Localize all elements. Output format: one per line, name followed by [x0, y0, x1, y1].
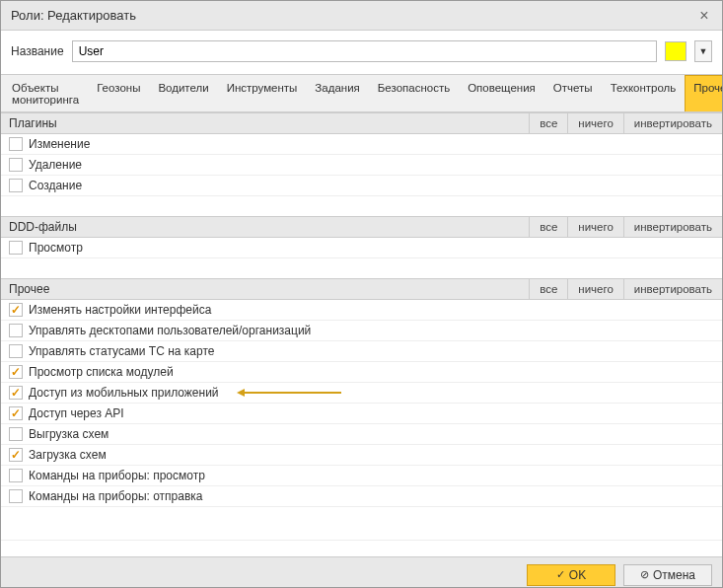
permission-label: Выгрузка схем — [29, 427, 108, 441]
checkbox[interactable] — [9, 427, 23, 441]
chevron-down-icon: ▼ — [699, 46, 708, 56]
checkbox[interactable] — [9, 303, 23, 317]
tab-4[interactable]: Задания — [306, 75, 368, 111]
footer: ✓ OK ⊘ Отмена — [1, 556, 722, 588]
section-title: Прочее — [1, 282, 529, 296]
permission-row[interactable]: Удаление — [1, 155, 722, 176]
toggle-invert[interactable]: инвертировать — [623, 279, 722, 299]
permission-row[interactable]: Доступ через API — [1, 404, 722, 424]
tab-1[interactable]: Геозоны — [88, 75, 149, 111]
checkbox[interactable] — [9, 406, 23, 420]
permission-row[interactable]: Просмотр списка модулей — [1, 362, 722, 383]
checkbox[interactable] — [9, 158, 23, 172]
ok-label: OK — [569, 568, 586, 582]
tab-2[interactable]: Водители — [149, 75, 217, 111]
checkbox[interactable] — [9, 489, 23, 503]
section-spacer — [1, 258, 722, 278]
window-title: Роли: Редактировать — [11, 8, 136, 23]
toggle-none[interactable]: ничего — [567, 279, 623, 299]
checkbox[interactable] — [9, 241, 23, 255]
permission-row[interactable]: Изменение — [1, 134, 722, 155]
permission-label: Доступ через API — [29, 406, 124, 420]
bottom-spacer — [1, 507, 722, 541]
tab-7[interactable]: Отчеты — [544, 75, 602, 111]
tab-6[interactable]: Оповещения — [459, 75, 544, 111]
check-icon: ✓ — [556, 568, 565, 581]
section-header: Плагинывсеничегоинвертировать — [1, 112, 722, 134]
checkbox[interactable] — [9, 365, 23, 379]
checkbox[interactable] — [9, 344, 23, 358]
arrow-annotation — [243, 392, 341, 394]
checkbox[interactable] — [9, 324, 23, 337]
permission-label: Команды на приборы: отправка — [29, 489, 203, 503]
toggle-none[interactable]: ничего — [567, 217, 623, 237]
checkbox[interactable] — [9, 137, 23, 151]
checkbox[interactable] — [9, 179, 23, 192]
permission-label: Управлять десктопами пользователей/орган… — [29, 324, 311, 337]
content-area: ПлагинывсеничегоинвертироватьИзменениеУд… — [1, 112, 722, 556]
close-icon[interactable]: × — [696, 8, 712, 24]
toggle-invert[interactable]: инвертировать — [623, 113, 722, 133]
permission-row[interactable]: Управлять десктопами пользователей/орган… — [1, 321, 722, 341]
name-input[interactable] — [72, 40, 657, 62]
checkbox[interactable] — [9, 469, 23, 482]
name-label: Название — [11, 44, 64, 58]
toggle-all[interactable]: все — [529, 217, 567, 237]
cancel-button[interactable]: ⊘ Отмена — [623, 564, 712, 586]
ok-button[interactable]: ✓ OK — [527, 564, 615, 586]
tab-8[interactable]: Техконтроль — [602, 75, 686, 111]
cancel-icon: ⊘ — [640, 568, 649, 581]
toggle-all[interactable]: все — [529, 279, 567, 299]
section-header: DDD-файлывсеничегоинвертировать — [1, 216, 722, 238]
permission-row[interactable]: Просмотр — [1, 238, 722, 258]
permission-row[interactable]: Доступ из мобильных приложений — [1, 383, 722, 404]
permission-row[interactable]: Управлять статусами ТС на карте — [1, 341, 722, 362]
tab-0[interactable]: Объекты мониторинга — [3, 75, 88, 111]
tab-bar: Объекты мониторингаГеозоныВодителиИнстру… — [1, 75, 722, 112]
toggle-none[interactable]: ничего — [567, 113, 623, 133]
permission-label: Изменение — [29, 137, 90, 151]
name-row: Название ▼ — [1, 31, 722, 75]
permission-label: Загрузка схем — [29, 448, 107, 462]
permission-label: Управлять статусами ТС на карте — [29, 344, 214, 358]
section-title: DDD-файлы — [1, 220, 529, 234]
permission-row[interactable]: Команды на приборы: просмотр — [1, 466, 722, 486]
color-dropdown-button[interactable]: ▼ — [694, 40, 712, 62]
section-title: Плагины — [1, 116, 529, 130]
permission-label: Создание — [29, 179, 82, 192]
tab-5[interactable]: Безопасность — [369, 75, 459, 111]
permission-label: Команды на приборы: просмотр — [29, 469, 205, 482]
tab-9[interactable]: Прочее — [685, 75, 723, 111]
permission-row[interactable]: Создание — [1, 176, 722, 196]
permission-row[interactable]: Загрузка схем — [1, 445, 722, 466]
permission-row[interactable]: Изменять настройки интерфейса — [1, 300, 722, 321]
toggle-invert[interactable]: инвертировать — [623, 217, 722, 237]
permission-label: Изменять настройки интерфейса — [29, 303, 211, 317]
permission-label: Просмотр списка модулей — [29, 365, 174, 379]
permission-label: Удаление — [29, 158, 82, 172]
toggle-all[interactable]: все — [529, 113, 567, 133]
permission-row[interactable]: Выгрузка схем — [1, 424, 722, 445]
section-spacer — [1, 196, 722, 216]
cancel-label: Отмена — [653, 568, 695, 582]
tab-3[interactable]: Инструменты — [218, 75, 307, 111]
titlebar: Роли: Редактировать × — [1, 1, 722, 31]
section-header: Прочеевсеничегоинвертировать — [1, 278, 722, 300]
color-swatch[interactable] — [665, 41, 687, 61]
permission-row[interactable]: Команды на приборы: отправка — [1, 486, 722, 507]
permission-label: Доступ из мобильных приложений — [29, 386, 219, 400]
permission-label: Просмотр — [29, 241, 83, 255]
checkbox[interactable] — [9, 386, 23, 400]
checkbox[interactable] — [9, 448, 23, 462]
